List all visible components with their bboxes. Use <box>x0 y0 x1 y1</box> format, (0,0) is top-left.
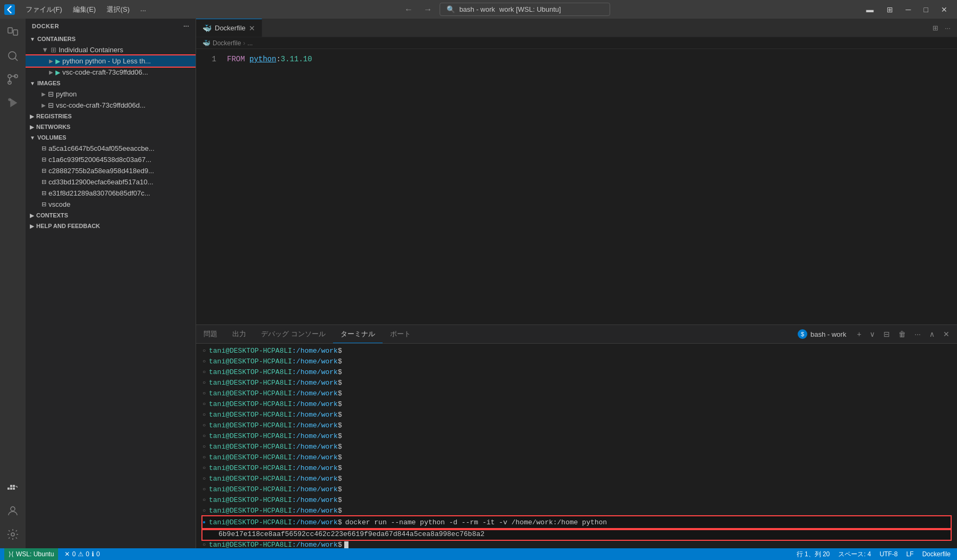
volumes-label: VOLUMES <box>37 134 66 141</box>
tab-port[interactable]: ポート <box>383 325 418 343</box>
tab-debug-console[interactable]: デバッグ コンソール <box>254 325 333 343</box>
vsc-image-item[interactable]: ▶ ⊟ vsc-code-craft-73c9ffdd06d... <box>26 100 196 111</box>
terminal-final-path: :/home/work <box>292 540 338 548</box>
section-registries[interactable]: ▶ REGISTRIES <box>26 111 196 121</box>
split-editor-button[interactable]: ⊞ <box>881 3 898 16</box>
chevron-right-icon-vsc: ▶ <box>49 69 53 75</box>
volume-item-5[interactable]: ⊟ e31f8d21289a830706b85df07c... <box>26 188 196 199</box>
volume-item-1[interactable]: ⊟ a5ca1c6647b5c04af055eeaccbe... <box>26 143 196 154</box>
volume-item-vscode[interactable]: ⊟ vscode <box>26 199 196 210</box>
chevron-right-icon: ▼ <box>42 46 48 54</box>
terminal-line: ○ tani@DESKTOP-HCPA8LI:/home/work$ <box>202 367 951 378</box>
close-button[interactable]: ✕ <box>936 3 953 16</box>
section-volumes[interactable]: ▼ VOLUMES <box>26 132 196 143</box>
terminal-circle: ○ <box>202 410 206 420</box>
terminal-user: tani@DESKTOP-HCPA8LI <box>209 367 292 378</box>
nav-back-button[interactable]: ← <box>401 3 416 17</box>
activity-run[interactable] <box>3 93 22 112</box>
maximize-button[interactable]: □ <box>919 3 934 16</box>
volume-item-4[interactable]: ⊟ cd33bd12900ecfac6eabf517a10... <box>26 176 196 188</box>
image-icon-python: ⊟ <box>48 90 54 98</box>
sidebar-more-icon[interactable]: ··· <box>183 23 189 29</box>
volume-item-2[interactable]: ⊟ c1a6c939f520064538d8c03a67... <box>26 154 196 165</box>
volume-label-3: c28882755b2a58ea958d418ed9... <box>48 167 154 175</box>
code-content[interactable]: FROM python:3.11.10 <box>223 53 950 320</box>
terminal-user: tani@DESKTOP-HCPA8LI <box>209 484 292 495</box>
layout-toggle-button[interactable]: ▬ <box>861 3 879 16</box>
dockerfile-tab[interactable]: 🐳 Dockerfile ✕ <box>196 19 262 37</box>
new-terminal-button[interactable]: + <box>854 328 864 340</box>
scrollbar[interactable] <box>950 53 957 320</box>
split-editor-button[interactable]: ⊞ <box>930 22 940 34</box>
nav-forward-button[interactable]: → <box>420 3 435 17</box>
registries-label: REGISTRIES <box>36 113 72 119</box>
volumes-chevron-icon: ▼ <box>30 135 35 141</box>
terminal-line: ○ tani@DESKTOP-HCPA8LI:/home/work$ <box>202 378 951 388</box>
terminal-path: :/home/work <box>292 431 338 442</box>
panel-maximize-button[interactable]: ∧ <box>926 328 938 340</box>
section-containers[interactable]: ▼ CONTAINERS <box>26 34 196 44</box>
language-indicator[interactable]: Dockerfile <box>920 550 953 558</box>
terminal-content[interactable]: ○ tani@DESKTOP-HCPA8LI:/home/work$ ○ tan… <box>196 344 957 548</box>
tab-terminal[interactable]: ターミナル <box>333 325 383 343</box>
volume-icon-2: ⊟ <box>42 156 46 163</box>
more-actions-button[interactable]: ··· <box>943 22 953 34</box>
terminal-more-button[interactable]: ··· <box>911 328 924 340</box>
panel-close-button[interactable]: ✕ <box>940 328 953 340</box>
tab-shutsuryoku[interactable]: 出力 <box>225 325 254 343</box>
menu-more[interactable]: ... <box>136 4 150 15</box>
activity-account[interactable] <box>3 501 22 521</box>
volume-item-3[interactable]: ⊟ c28882755b2a58ea958d418ed9... <box>26 165 196 176</box>
terminal-final-user: tani@DESKTOP-HCPA8LI <box>209 540 292 548</box>
terminal-path: :/home/work <box>292 346 338 356</box>
terminal-user: tani@DESKTOP-HCPA8LI <box>209 388 292 399</box>
dockerfile-tab-close[interactable]: ✕ <box>249 24 255 33</box>
python-image-item[interactable]: ▶ ⊟ python <box>26 88 196 100</box>
terminal-line: ○ tani@DESKTOP-HCPA8LI:/home/work$ <box>202 431 951 442</box>
activity-explorer[interactable] <box>3 23 22 42</box>
minimize-button[interactable]: ─ <box>901 3 917 16</box>
keyword-python: python <box>249 55 276 63</box>
activity-settings[interactable] <box>3 525 22 544</box>
search-bar[interactable]: 🔍 bash - work work [WSL: Ubuntu] <box>440 3 610 16</box>
tab-mondai[interactable]: 問題 <box>196 325 225 343</box>
spaces-text: スペース: 4 <box>838 550 871 559</box>
chevron-vsc-image: ▶ <box>42 102 46 108</box>
activity-source-control[interactable] <box>3 70 22 89</box>
activity-search[interactable] <box>3 46 22 66</box>
breadcrumb-more[interactable]: ... <box>247 39 253 47</box>
terminal-path: :/home/work <box>292 378 338 388</box>
volume-label-4: cd33bd12900ecfac6eabf517a10... <box>48 178 153 186</box>
activity-docker[interactable] <box>3 478 22 497</box>
split-terminal-button[interactable]: ⊟ <box>880 328 893 340</box>
individual-containers-item[interactable]: ▼ ⊞ Individual Containers <box>26 44 196 55</box>
svg-rect-0 <box>8 28 12 33</box>
menu-select[interactable]: 選択(S) <box>102 4 134 15</box>
section-help[interactable]: ▶ HELP AND FEEDBACK <box>26 221 196 231</box>
terminal-tab-label: ターミナル <box>340 329 375 339</box>
breadcrumb-icon: 🐳 <box>202 39 210 47</box>
section-networks[interactable]: ▶ NETWORKS <box>26 121 196 132</box>
terminal-user: tani@DESKTOP-HCPA8LI <box>209 442 292 452</box>
breadcrumb-file[interactable]: Dockerfile <box>213 39 241 47</box>
menu-edit[interactable]: 編集(E) <box>69 4 100 15</box>
python-container-item[interactable]: ▶ ▶ python python - Up Less th... <box>26 55 196 67</box>
section-images[interactable]: ▼ IMAGES <box>26 78 196 88</box>
cursor-position[interactable]: 行 1、列 20 <box>794 550 832 559</box>
section-contexts[interactable]: ▶ CONTEXTS <box>26 210 196 221</box>
vsc-code-craft-item[interactable]: ▶ ▶ vsc-code-craft-73c9ffdd06... <box>26 67 196 78</box>
delete-terminal-button[interactable]: 🗑 <box>895 328 909 340</box>
wsl-indicator[interactable]: ⟩⟨ WSL: Ubuntu <box>4 548 58 560</box>
terminal-dropdown-button[interactable]: ∨ <box>866 328 878 340</box>
python-container-label: python python - Up Less th... <box>62 57 151 65</box>
terminal-path: :/home/work <box>292 367 338 378</box>
line-ending-indicator[interactable]: LF <box>904 550 916 558</box>
spaces-indicator[interactable]: スペース: 4 <box>836 550 873 559</box>
encoding-indicator[interactable]: UTF-8 <box>878 550 900 558</box>
terminal-line: ○ tani@DESKTOP-HCPA8LI:/home/work$ <box>202 463 951 474</box>
terminal-user: tani@DESKTOP-HCPA8LI <box>209 378 292 388</box>
menu-file[interactable]: ファイル(F) <box>21 4 67 15</box>
error-count[interactable]: ✕ 0 ⚠ 0 ℹ 0 <box>62 550 102 558</box>
svg-rect-1 <box>13 30 18 35</box>
terminal-dollar: $ <box>338 367 342 378</box>
